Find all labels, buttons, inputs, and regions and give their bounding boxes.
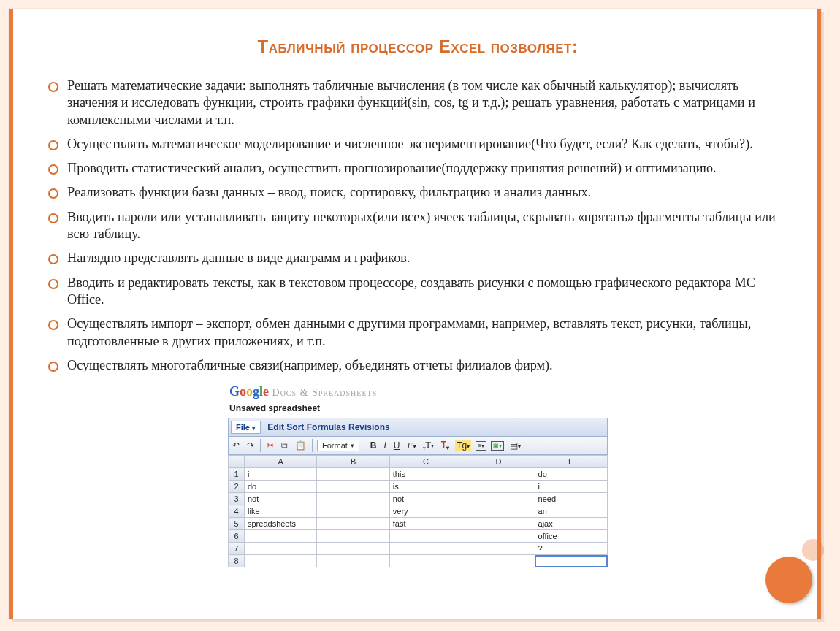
col-header[interactable]: D [462,456,535,468]
column-header-row: A B C D E [229,456,608,468]
cell[interactable] [462,530,535,543]
cell[interactable] [317,468,389,481]
brand-logo: Google Docs & Spreadsheets [229,384,606,400]
spreadsheet-screenshot: Google Docs & Spreadsheets Unsaved sprea… [228,384,608,567]
cell[interactable]: ? [535,543,607,555]
insert-icon[interactable]: ▦▾ [491,441,504,451]
italic-icon[interactable]: I [383,440,388,451]
cell[interactable] [389,530,462,543]
bullet-item: Реализовать функции базы данных – ввод, … [48,184,784,201]
cell[interactable] [462,468,535,481]
cell[interactable]: very [389,505,462,518]
revisions-tab[interactable]: Revisions [348,422,390,432]
cell[interactable] [462,555,535,567]
cell[interactable]: i [535,481,607,493]
cell[interactable]: need [535,493,607,505]
cell[interactable]: not [245,493,317,505]
format-menu[interactable]: Format▾ [317,440,359,451]
cell[interactable]: ajax [535,518,607,530]
cell[interactable]: i [245,468,317,481]
cell[interactable] [462,543,535,555]
align-icon[interactable]: ≡▾ [476,441,486,451]
row-header[interactable]: 6 [229,530,245,543]
cell[interactable] [317,530,389,543]
table-row: 7? [229,543,608,555]
bold-icon[interactable]: B [369,440,378,451]
edit-tab[interactable]: Edit [267,422,284,432]
bullet-item: Наглядно представлять данные в виде диаг… [48,250,784,267]
cell[interactable] [462,518,535,530]
cell[interactable]: do [535,468,607,481]
cell[interactable]: is [389,481,462,493]
paste-icon[interactable]: 📋 [294,440,308,451]
cell[interactable]: fast [389,518,462,530]
row-header[interactable]: 8 [229,555,245,567]
col-header[interactable]: E [535,456,607,468]
bullet-item: Вводить пароли или устанавливать защиту … [48,209,784,243]
cell[interactable] [462,481,535,493]
menu-bar: File▾ Edit Sort Formulas Revisions [228,418,608,437]
document-title: Unsaved spreadsheet [229,403,606,413]
cell[interactable] [317,555,389,567]
table-row: 6office [229,530,608,543]
cell[interactable] [462,505,535,518]
cell[interactable] [462,493,535,505]
bullet-list: Решать математические задачи: выполнять … [48,77,784,374]
cell[interactable] [245,543,317,555]
google-logo-text: Google [229,384,272,399]
cell[interactable] [317,518,389,530]
row-header[interactable]: 1 [229,468,245,481]
highlight-icon[interactable]: Tg▾ [455,440,471,451]
col-header[interactable]: B [317,456,389,468]
cell[interactable] [389,555,462,567]
copy-icon[interactable]: ⧉ [280,440,289,451]
text-color-icon[interactable]: T▾ [440,440,451,451]
row-header[interactable]: 4 [229,505,245,518]
col-header[interactable]: A [245,456,317,468]
cell[interactable]: this [389,468,462,481]
formatting-toolbar: ↶ ↷ ✂ ⧉ 📋 Format▾ B I U F▾ тT▾ T▾ Tg▾ ≡▾… [228,437,608,455]
file-menu[interactable]: File▾ [231,421,261,434]
cell[interactable] [317,543,389,555]
bullet-item: Осуществлять многотабличные связи(наприм… [48,357,784,374]
bullet-item: Вводить и редактировать тексты, как в те… [48,275,784,309]
redo-icon[interactable]: ↷ [245,440,256,451]
row-header[interactable]: 5 [229,518,245,530]
cell[interactable] [317,493,389,505]
cell[interactable] [245,555,317,567]
cell[interactable]: not [389,493,462,505]
table-row: 1ithisdo [229,468,608,481]
table-row: 8 [229,555,608,567]
font-icon[interactable]: F▾ [406,440,417,451]
slide-frame: Табличный процессор Excel позволяет: Реш… [0,0,840,631]
underline-icon[interactable]: U [392,440,402,451]
cell[interactable] [317,481,389,493]
cell[interactable]: do [245,481,317,493]
separator [260,439,261,452]
cell[interactable] [535,555,607,567]
font-size-icon[interactable]: тT▾ [421,440,435,451]
cell[interactable]: like [245,505,317,518]
table-row: 4likeveryan [229,505,608,518]
cell[interactable] [317,505,389,518]
col-header[interactable]: C [389,456,462,468]
cell[interactable] [389,543,462,555]
row-header[interactable]: 7 [229,543,245,555]
row-header[interactable]: 3 [229,493,245,505]
corner-cell[interactable] [229,456,245,468]
sort-tab[interactable]: Sort [286,422,304,432]
delete-icon[interactable]: ▤▾ [508,440,522,451]
cell[interactable] [245,530,317,543]
undo-icon[interactable]: ↶ [231,440,241,451]
formulas-tab[interactable]: Formulas [307,422,346,432]
cell[interactable]: spreadsheets [245,518,317,530]
bullet-item: Решать математические задачи: выполнять … [48,77,784,129]
brand-suffix: Docs & Spreadsheets [272,387,378,398]
cell[interactable]: an [535,505,607,518]
row-header[interactable]: 2 [229,481,245,493]
bullet-item: Осуществлять математическое моделировани… [48,136,784,153]
bullet-item: Осуществлять импорт – экспорт, обмен дан… [48,316,784,350]
cut-icon[interactable]: ✂ [265,440,275,451]
cell[interactable]: office [535,530,607,543]
table-row: 2doisi [229,481,608,493]
